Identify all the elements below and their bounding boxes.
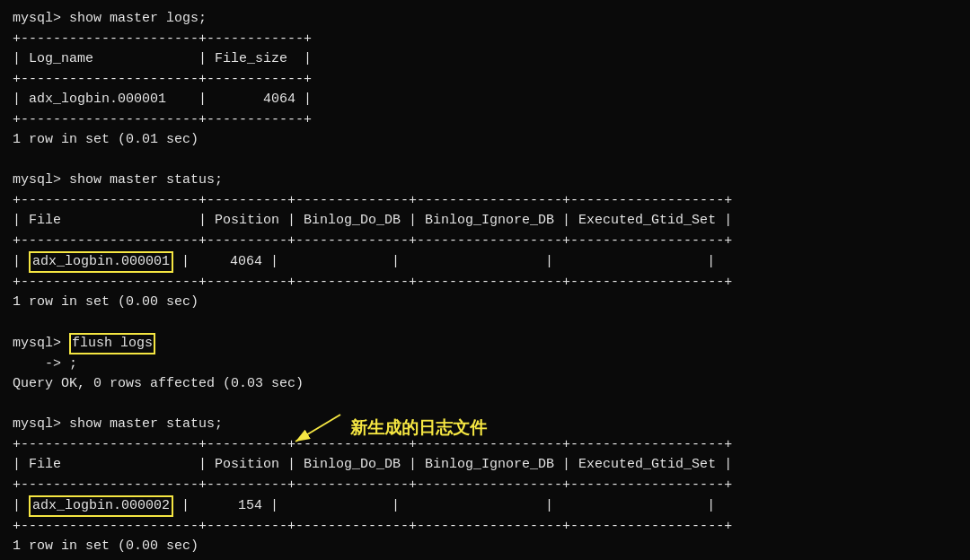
prompt-line-4: mysql> show master status; 新生成的日志文件 [13,415,957,435]
annotation-arrow-icon [291,410,345,446]
terminal-window: mysql> show master logs; +--------------… [13,9,957,551]
table-border-4b: +----------------------+----------+-----… [13,476,957,496]
annotated-line-wrapper: mysql> show master status; 新生成的日志文件 [13,415,957,435]
prompt-line-1: mysql> show master logs; [13,9,957,30]
table-data-4: | adx_logbin.000002 | 154 | | | | [13,495,957,517]
table-border-2b: +----------------------+----------+-----… [13,232,957,252]
result-2: 1 row in set (0.00 sec) [13,293,957,313]
terminal-content: mysql> show master logs; +--------------… [13,9,957,557]
svg-line-1 [295,415,340,442]
show-master-status-1-section: mysql> show master status; +------------… [13,171,957,313]
table-header-2: | File | Position | Binlog_Do_DB | Binlo… [13,211,957,232]
file-highlight-2: adx_logbin.000002 [29,495,173,517]
show-master-status-2-section: mysql> show master status; 新生成的日志文件 +---… [13,415,957,557]
table-header-4: | File | Position | Binlog_Do_DB | Binlo… [13,455,957,476]
result-4: 1 row in set (0.00 sec) [13,537,957,557]
table-header-1: | Log_name | File_size | [13,49,957,70]
table-border-4c: +----------------------+----------+-----… [13,517,957,538]
table-data-1: | adx_logbin.000001 | 4064 | [13,90,957,110]
prompt-line-2: mysql> show master status; [13,171,957,191]
annotation-label: 新生成的日志文件 [350,416,487,442]
data-mid-4: | 154 | | | | [173,498,715,513]
continuation-line: -> ; [13,354,957,375]
flush-logs-highlight: flush logs [69,333,155,354]
flush-logs-section: mysql> flush logs -> ; Query OK, 0 rows … [13,333,957,395]
file-highlight-1: adx_logbin.000001 [29,251,173,273]
table-border-2c: +----------------------+----------+-----… [13,273,957,293]
flush-logs-line: mysql> flush logs [13,333,957,354]
table-border-1c: +----------------------+------------+ [13,110,957,131]
result-1: 1 row in set (0.01 sec) [13,130,957,151]
table-border-1b: +----------------------+------------+ [13,70,957,91]
table-data-2: | adx_logbin.000001 | 4064 | | | | [13,251,957,273]
table-border-1a: +----------------------+------------+ [13,30,957,50]
prompt-pre-3: mysql> [13,336,69,351]
table-border-2a: +----------------------+----------+-----… [13,191,957,212]
query-ok-line: Query OK, 0 rows affected (0.03 sec) [13,374,957,395]
annotation-group: 新生成的日志文件 [291,410,487,446]
data-pre-2: | [13,254,29,269]
data-pre-4: | [13,498,29,513]
data-mid-2: | 4064 | | | | [173,254,715,269]
show-master-logs-section: mysql> show master logs; +--------------… [13,9,957,151]
